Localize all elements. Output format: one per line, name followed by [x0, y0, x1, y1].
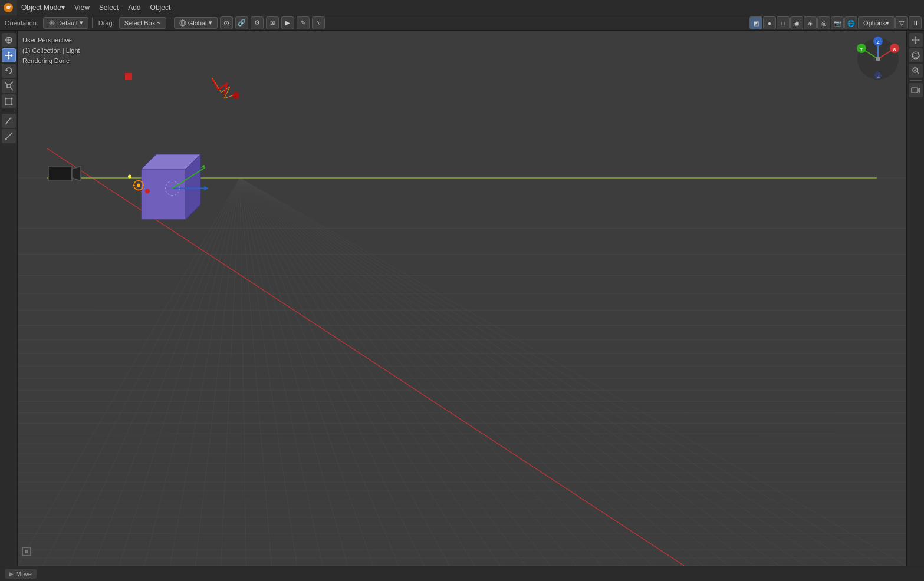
- orientation-dropdown[interactable]: Default ▾: [43, 17, 88, 29]
- svg-rect-60: [25, 550, 28, 553]
- svg-marker-37: [918, 39, 920, 41]
- filter-btn[interactable]: ▽: [895, 16, 908, 29]
- orientation-icon: [48, 19, 55, 27]
- scale-icon: [4, 81, 14, 91]
- view-orbit-btn[interactable]: [909, 48, 923, 62]
- transform-tool-btn[interactable]: [2, 94, 16, 108]
- separator: [92, 18, 93, 28]
- cursor-tool-btn[interactable]: [2, 33, 16, 47]
- grid-canvas: [18, 31, 906, 566]
- header-right: ◩ ● □ ◉ ◈ ◎ 📷 🌐 Options ▾ ▽ ⏸: [749, 15, 924, 31]
- svg-marker-36: [912, 39, 913, 41]
- menu-select[interactable]: Select: [94, 0, 123, 15]
- view-camera-icon: [911, 85, 920, 95]
- scale-tool-btn[interactable]: [2, 79, 16, 93]
- left-toolbar: [0, 31, 18, 566]
- svg-text:Z: Z: [877, 39, 880, 45]
- svg-marker-14: [8, 51, 10, 53]
- global-icon: [179, 19, 186, 27]
- zoom-icon: [911, 66, 920, 75]
- drag-label: Drag:: [96, 19, 117, 27]
- overlay-icon-btn[interactable]: ◩: [749, 16, 762, 29]
- svg-rect-23: [6, 98, 12, 104]
- snap-btn[interactable]: 🔗: [235, 16, 248, 29]
- rotate-icon: [4, 66, 14, 75]
- transform-pivot-btn[interactable]: ⊠: [266, 16, 279, 29]
- navigation-gizmo[interactable]: Z X Y -Z: [854, 35, 902, 82]
- annotation-btn[interactable]: ✎: [297, 16, 310, 29]
- view-pan-btn[interactable]: [909, 33, 923, 47]
- svg-marker-16: [5, 54, 6, 57]
- toolbar-separator: [3, 111, 15, 111]
- select-box-dropdown[interactable]: Select Box ~: [119, 17, 166, 29]
- rotate-tool-btn[interactable]: [2, 64, 16, 78]
- timeline-btn[interactable]: ∿: [312, 16, 325, 29]
- svg-point-56: [876, 57, 880, 61]
- menu-object[interactable]: Object: [146, 0, 176, 15]
- svg-marker-18: [6, 69, 8, 71]
- world-btn[interactable]: 🌐: [844, 16, 857, 29]
- transform-affect-btn[interactable]: ▶: [281, 16, 294, 29]
- svg-line-22: [11, 82, 13, 84]
- pause-btn[interactable]: ⏸: [909, 16, 922, 29]
- view-camera-btn[interactable]: [909, 83, 923, 97]
- shading-icon-btn[interactable]: ●: [763, 16, 776, 29]
- svg-marker-34: [915, 36, 916, 38]
- snap-toggle-icon[interactable]: [21, 546, 32, 560]
- svg-marker-15: [8, 58, 10, 60]
- viewport-3d[interactable]: User Perspective (1) Collection | Light …: [18, 31, 906, 566]
- snap-options-btn[interactable]: ⚙: [251, 16, 264, 29]
- material-btn[interactable]: ◈: [804, 16, 817, 29]
- global-dropdown[interactable]: Global ▾: [174, 17, 218, 29]
- view-zoom-btn[interactable]: [909, 64, 923, 78]
- svg-point-2: [10, 5, 12, 7]
- svg-line-31: [5, 133, 12, 140]
- solid-btn[interactable]: ◉: [790, 16, 803, 29]
- status-arrow: ▶: [9, 571, 14, 577]
- svg-text:-Z: -Z: [876, 74, 880, 78]
- separator2: [170, 18, 170, 28]
- right-separator: [910, 80, 922, 81]
- svg-point-1: [6, 6, 10, 9]
- svg-line-21: [11, 88, 13, 90]
- rendered-btn[interactable]: ◎: [817, 16, 830, 29]
- options-btn[interactable]: Options ▾: [858, 16, 895, 29]
- annotate-tool-btn[interactable]: [2, 114, 16, 128]
- svg-point-25: [11, 98, 12, 100]
- menu-object-mode[interactable]: Object Mode ▾: [17, 0, 70, 15]
- menu-view[interactable]: View: [70, 0, 94, 15]
- top-menu-bar: Object Mode ▾ View Select Add Object: [0, 0, 924, 15]
- svg-marker-35: [915, 43, 916, 45]
- status-move-btn[interactable]: ▶ Move: [5, 569, 37, 579]
- svg-line-41: [917, 72, 919, 74]
- svg-point-27: [11, 104, 12, 105]
- status-bar: ▶ Move: [0, 566, 924, 581]
- pan-icon: [911, 35, 920, 45]
- cursor-icon: [4, 35, 14, 45]
- right-toolbar: [906, 31, 924, 566]
- svg-point-39: [912, 52, 919, 59]
- snap-icon-svg: [21, 546, 32, 557]
- move-tool-btn[interactable]: [2, 48, 16, 62]
- measure-tool-btn[interactable]: [2, 129, 16, 143]
- svg-text:X: X: [893, 47, 896, 52]
- svg-line-28: [6, 118, 11, 124]
- orbit-icon: [911, 51, 920, 60]
- move-icon: [4, 51, 14, 60]
- wireframe-btn[interactable]: □: [777, 16, 790, 29]
- svg-point-24: [5, 98, 6, 100]
- status-move-label: Move: [16, 570, 32, 577]
- proportional-editing-btn[interactable]: ⊙: [220, 16, 233, 29]
- svg-point-26: [5, 104, 6, 105]
- measure-icon: [4, 131, 14, 141]
- camera-btn[interactable]: 📷: [831, 16, 844, 29]
- svg-text:Y: Y: [860, 47, 863, 52]
- menu-add[interactable]: Add: [123, 0, 145, 15]
- svg-line-30: [5, 124, 7, 124]
- svg-rect-19: [7, 84, 11, 88]
- svg-marker-17: [11, 54, 13, 57]
- nav-gizmo-svg: Z X Y -Z: [854, 35, 902, 82]
- svg-rect-44: [912, 88, 918, 93]
- annotate-icon: [4, 116, 14, 126]
- svg-line-20: [5, 82, 7, 84]
